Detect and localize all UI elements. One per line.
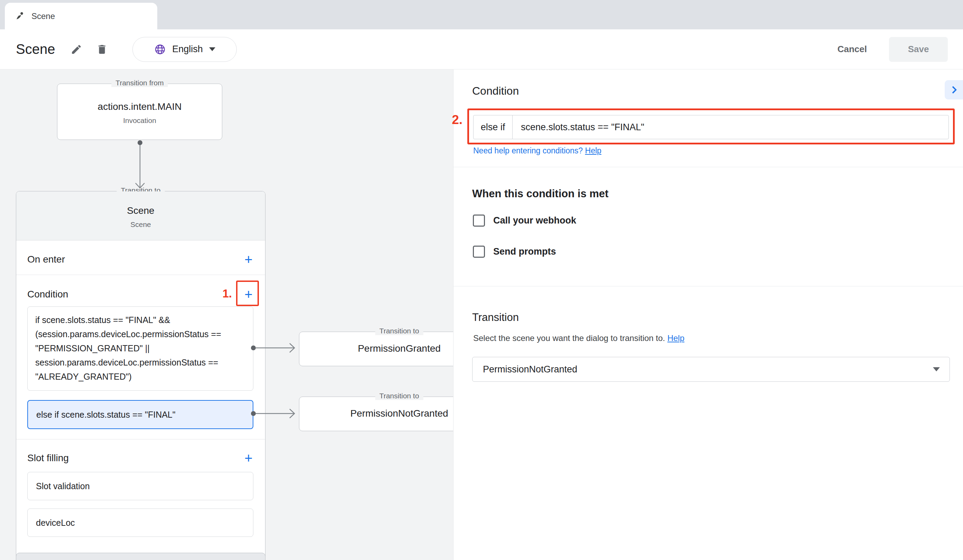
divider	[16, 439, 265, 439]
scene-editor-page: Scene Scene	[0, 0, 963, 560]
transition-from-node[interactable]: Transition from actions.intent.MAIN Invo…	[57, 84, 222, 140]
target-legend: Transition to	[375, 392, 423, 400]
scene-node-card: Transition to Scene Scene On enter + Con…	[16, 191, 266, 560]
intent-name: actions.intent.MAIN	[57, 101, 222, 112]
scene-card-subtitle: Scene	[16, 220, 265, 229]
send-prompts-checkbox[interactable]	[473, 246, 485, 258]
on-enter-section: On enter +	[16, 246, 265, 273]
condition-item-2-selected[interactable]: else if scene.slots.status == "FINAL"	[27, 400, 253, 429]
transition-helper-text: Select the scene you want the dialog to …	[473, 333, 668, 343]
target-legend: Transition to	[375, 327, 423, 335]
when-condition-met-heading: When this condition is met	[472, 188, 608, 200]
pencil-icon	[71, 44, 82, 55]
transition-from-legend: Transition from	[111, 79, 168, 87]
transition-select-value: PermissionNotGranted	[483, 364, 577, 375]
help-prompt-text: Need help entering conditions?	[473, 146, 585, 155]
add-condition-button[interactable]: +	[241, 287, 256, 302]
call-webhook-checkbox[interactable]	[473, 215, 485, 227]
condition-expression-input[interactable]	[512, 115, 948, 139]
trash-icon	[96, 44, 108, 55]
tab-scene[interactable]: Scene	[5, 3, 157, 29]
add-slot-button[interactable]: +	[241, 450, 256, 466]
condition-heading: Condition	[472, 85, 519, 97]
condition-help-line: Need help entering conditions? Help	[473, 146, 601, 155]
help-link[interactable]: Help	[585, 146, 601, 155]
condition-expression-row: else if	[473, 115, 949, 139]
assistant-icon	[15, 11, 24, 21]
browser-tab-bar: Scene	[0, 0, 963, 29]
language-label: English	[172, 44, 203, 55]
chevron-right-icon	[948, 84, 960, 95]
scene-card-header[interactable]: Scene Scene	[16, 191, 265, 240]
collapsed-section-peek	[16, 553, 266, 560]
add-on-enter-button[interactable]: +	[241, 252, 256, 267]
globe-icon	[154, 44, 166, 55]
page-title: Scene	[16, 42, 55, 57]
transition-helper-line: Select the scene you want the dialog to …	[473, 333, 684, 343]
collapse-panel-button[interactable]	[945, 80, 963, 99]
on-enter-label: On enter	[27, 254, 65, 265]
webhook-checkbox-row: Call your webhook	[473, 215, 576, 227]
condition-section: Condition +	[16, 285, 265, 304]
send-prompts-label: Send prompts	[493, 246, 556, 257]
slot-filling-label: Slot filling	[27, 453, 69, 464]
header-toolbar: Scene English	[0, 29, 963, 70]
language-selector[interactable]: English	[132, 37, 237, 62]
condition-editor-panel: Condition else if Need help entering con…	[453, 70, 963, 560]
condition-prefix-label: else if	[473, 115, 512, 139]
condition-item-1[interactable]: if scene.slots.status == "FINAL" && (ses…	[27, 306, 253, 391]
divider	[16, 275, 265, 275]
transition-select[interactable]: PermissionNotGranted	[472, 357, 950, 382]
intent-type: Invocation	[57, 117, 222, 125]
divider	[454, 286, 963, 286]
cancel-button[interactable]: Cancel	[826, 44, 879, 55]
chevron-down-icon	[209, 47, 216, 51]
tab-title: Scene	[31, 11, 55, 21]
transition-heading: Transition	[472, 311, 519, 324]
chevron-down-icon	[933, 367, 940, 371]
save-button[interactable]: Save	[889, 37, 948, 62]
delete-scene-button[interactable]	[93, 40, 111, 58]
slot-filling-section: Slot filling +	[16, 448, 265, 468]
edit-scene-button[interactable]	[67, 40, 85, 58]
divider	[454, 167, 963, 167]
transition-help-link[interactable]: Help	[668, 333, 684, 343]
scene-card-title: Scene	[16, 205, 265, 216]
slot-item-validation[interactable]: Slot validation	[27, 472, 253, 500]
condition-section-label: Condition	[27, 289, 68, 300]
slot-item-deviceloc[interactable]: deviceLoc	[27, 508, 253, 537]
call-webhook-label: Call your webhook	[493, 215, 576, 226]
prompts-checkbox-row: Send prompts	[473, 246, 556, 258]
